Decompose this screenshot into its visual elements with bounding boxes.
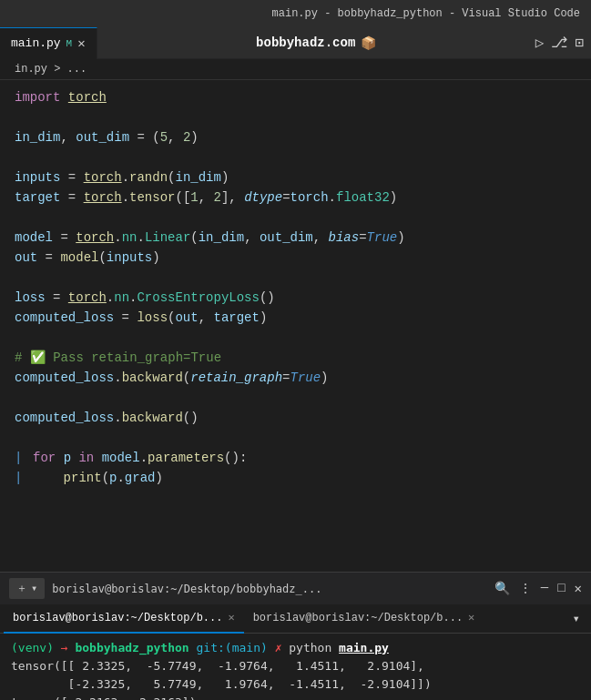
breadcrumb: in.py > ... bbox=[0, 59, 591, 80]
code-line-6: target = torch.tensor([1, 2], dtype=torc… bbox=[15, 188, 591, 208]
code-editor: import torch in_dim, out_dim = (5, 2) in… bbox=[0, 80, 591, 572]
code-text: print(p.grad) bbox=[33, 468, 163, 488]
more-options-icon[interactable]: ⋮ bbox=[519, 581, 532, 596]
git-branch: main bbox=[232, 639, 260, 657]
tab-filename: main.py bbox=[11, 36, 61, 50]
venv-label: (venv) bbox=[11, 639, 61, 657]
tensor-output-2: [-2.3325, 5.7749, 1.9764, -1.4511, -2.91… bbox=[11, 675, 432, 694]
code-text: loss = torch.nn.CrossEntropyLoss() bbox=[15, 288, 275, 308]
script-name: main.py bbox=[339, 639, 389, 657]
code-text: in_dim, out_dim = (5, 2) bbox=[15, 127, 199, 147]
code-line-blank-4 bbox=[15, 268, 591, 288]
code-text: model = torch.nn.Linear(in_dim, out_dim,… bbox=[15, 228, 405, 248]
code-line-19: | for p in model.parameters(): bbox=[15, 448, 591, 468]
code-line-11: loss = torch.nn.CrossEntropyLoss() bbox=[15, 288, 591, 308]
terminal-header: ＋ ▾ borislav@borislav:~/Desktop/bobbyhad… bbox=[0, 572, 591, 604]
terminal-output: (venv) → bobbyhadz_python git:(main) ✗ p… bbox=[0, 634, 591, 700]
branch-icon[interactable]: ⎇ bbox=[551, 34, 567, 52]
chevron-down-icon: ▾ bbox=[31, 582, 37, 595]
tab-badge: M bbox=[66, 38, 73, 49]
code-line-3: in_dim, out_dim = (5, 2) bbox=[15, 127, 591, 147]
editor-tab[interactable]: main.py M ✕ bbox=[0, 27, 97, 59]
terminal-tabs: borislav@borislav:~/Desktop/b... ✕ boris… bbox=[0, 604, 591, 634]
terminal-line-4: tensor([ 2.2163, -2.2163]) bbox=[11, 694, 580, 700]
new-terminal-button[interactable]: ＋ ▾ bbox=[9, 578, 45, 599]
terminal-icons: 🔍 ⋮ ─ □ ✕ bbox=[494, 581, 582, 596]
branding-emoji: 📦 bbox=[361, 36, 376, 51]
code-line-blank-6 bbox=[15, 388, 591, 408]
code-text: target = torch.tensor([1, 2], dtype=torc… bbox=[15, 188, 397, 208]
title-bar: main.py - bobbyhadz_python - Visual Stud… bbox=[0, 0, 591, 27]
search-icon[interactable]: 🔍 bbox=[494, 581, 510, 596]
tab-actions: ▷ ⎇ ⊡ bbox=[535, 34, 591, 52]
maximize-icon[interactable]: □ bbox=[557, 581, 565, 596]
terminal-line-3: [-2.3325, 5.7749, 1.9764, -1.4511, -2.91… bbox=[11, 675, 580, 694]
line-indicator: | bbox=[15, 448, 25, 468]
arrow-symbol: → bbox=[61, 639, 76, 657]
tab-close-icon[interactable]: ✕ bbox=[77, 36, 85, 51]
x-symbol: ✗ bbox=[275, 639, 282, 657]
username-label: bobbyhadz_python bbox=[75, 639, 196, 657]
code-text: computed_loss = loss(out, target) bbox=[15, 308, 267, 328]
code-text: computed_loss.backward(retain_graph=True… bbox=[15, 368, 329, 388]
plus-icon: ＋ bbox=[16, 581, 27, 596]
minimize-icon[interactable]: ─ bbox=[541, 581, 548, 596]
branding-text: bobbyhadz.com bbox=[256, 36, 355, 50]
layout-icon[interactable]: ⊡ bbox=[575, 34, 584, 52]
tensor-output-1: tensor([[ 2.3325, -5.7749, -1.9764, 1.45… bbox=[11, 657, 424, 675]
code-line-14: # ✅ Pass retain_graph=True bbox=[15, 348, 591, 368]
code-line-12: computed_loss = loss(out, target) bbox=[15, 308, 591, 328]
terminal-path: borislav@borislav:~/Desktop/bobbyhadz_..… bbox=[52, 583, 487, 595]
terminal-tab-2-close[interactable]: ✕ bbox=[468, 611, 474, 624]
command-text: python bbox=[281, 639, 339, 657]
terminal-line-2: tensor([[ 2.3325, -5.7749, -1.9764, 1.45… bbox=[11, 657, 580, 675]
code-line-blank-1 bbox=[15, 107, 591, 127]
git-paren-close: ) bbox=[260, 639, 268, 657]
breadcrumb-text: in.py > ... bbox=[15, 63, 87, 76]
code-line-20: | print(p.grad) bbox=[15, 468, 591, 488]
code-line-5: inputs = torch.randn(in_dim) bbox=[15, 167, 591, 188]
code-line-1: import torch bbox=[15, 87, 591, 107]
code-line-8: model = torch.nn.Linear(in_dim, out_dim,… bbox=[15, 228, 591, 248]
git-label: git:( bbox=[197, 639, 232, 657]
code-text: # ✅ Pass retain_graph=True bbox=[15, 348, 221, 368]
terminal-tab-2[interactable]: borislav@borislav:~/Desktop/b... ✕ bbox=[244, 604, 484, 634]
code-line-9: out = model(inputs) bbox=[15, 248, 591, 268]
terminal-tab-1[interactable]: borislav@borislav:~/Desktop/b... ✕ bbox=[4, 604, 244, 634]
terminal-tab-2-label: borislav@borislav:~/Desktop/b... bbox=[253, 612, 463, 624]
code-line-blank-2 bbox=[15, 147, 591, 167]
close-icon[interactable]: ✕ bbox=[575, 581, 582, 596]
title-text: main.py - bobbyhadz_python - Visual Stud… bbox=[272, 7, 580, 20]
run-icon[interactable]: ▷ bbox=[535, 34, 545, 52]
terminal-tab-1-label: borislav@borislav:~/Desktop/b... bbox=[13, 612, 222, 624]
tensor-output-3: tensor([ 2.2163, -2.2163]) bbox=[11, 694, 197, 700]
code-line-15: computed_loss.backward(retain_graph=True… bbox=[15, 368, 591, 388]
tab-bar: main.py M ✕ bobbyhadz.com 📦 ▷ ⎇ ⊡ bbox=[0, 27, 591, 59]
code-text: for p in model.parameters(): bbox=[33, 448, 247, 468]
code-text: out = model(inputs) bbox=[15, 248, 160, 268]
code-line-blank-3 bbox=[15, 208, 591, 228]
code-text: import torch bbox=[15, 87, 107, 107]
code-line-blank-7 bbox=[15, 428, 591, 448]
code-text: computed_loss.backward() bbox=[15, 408, 199, 428]
code-text: inputs = torch.randn(in_dim) bbox=[15, 167, 229, 188]
terminal-tab-more[interactable]: ▾ bbox=[566, 611, 587, 626]
code-line-17: computed_loss.backward() bbox=[15, 408, 591, 428]
tab-center-branding: bobbyhadz.com 📦 bbox=[97, 36, 535, 51]
line-indicator-2: | bbox=[15, 468, 25, 488]
space bbox=[268, 639, 275, 657]
code-line-blank-5 bbox=[15, 328, 591, 348]
terminal-tab-1-close[interactable]: ✕ bbox=[228, 611, 234, 624]
terminal-line-1: (venv) → bobbyhadz_python git:(main) ✗ p… bbox=[11, 639, 580, 657]
